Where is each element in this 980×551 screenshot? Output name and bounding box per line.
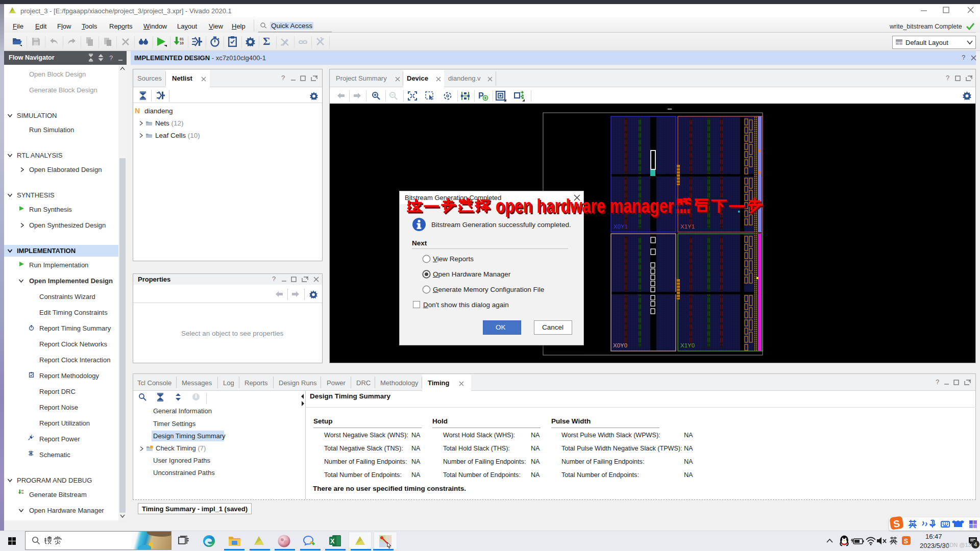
svg-text:10: 10	[21, 492, 23, 494]
svg-text:X0Y0: X0Y0	[613, 342, 627, 348]
svg-text:10: 10	[180, 41, 184, 45]
svg-text:S: S	[904, 537, 909, 545]
svg-text:?: ?	[109, 54, 113, 62]
svg-text:X: X	[330, 538, 335, 545]
svg-text:01: 01	[180, 37, 184, 41]
svg-text:X1Y1: X1Y1	[680, 223, 695, 230]
svg-text:X1Y0: X1Y0	[680, 342, 695, 348]
svg-text:X0Y1: X0Y1	[614, 223, 628, 230]
